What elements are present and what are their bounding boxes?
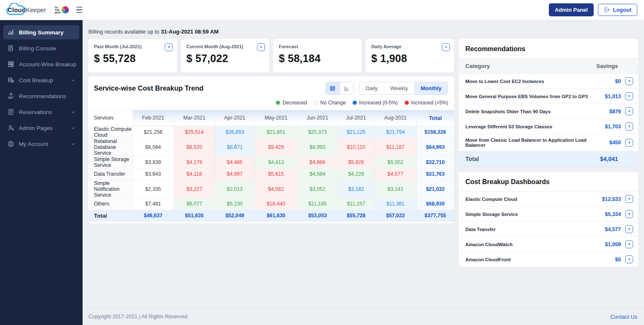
footer: Copyright 2017-2021 | All Rights Reserve…: [83, 308, 644, 325]
trend-table-header-row: ServicesFeb-2021Mar-2021Apr-2021May-2021…: [88, 110, 454, 126]
sidebar-item-recommendations[interactable]: Recommendations: [3, 89, 79, 103]
month-value-cell: $25,514: [174, 126, 215, 138]
chart-view-button[interactable]: [340, 82, 353, 94]
stat-card-value: $ 58,184: [279, 52, 356, 65]
dashboard-label: Elastic Compute Cloud: [465, 197, 598, 202]
tab-daily[interactable]: Daily: [359, 82, 384, 94]
sidebar-item-billing-summary[interactable]: Billing Summary: [3, 25, 79, 39]
recommendations-total-value: $4,041: [600, 156, 631, 162]
cloudkeeper-logo: CloudKeeper: [5, 6, 46, 13]
stat-card-value: $ 57,022: [187, 52, 264, 65]
external-link-icon[interactable]: [625, 77, 633, 85]
legend-label: Decreased: [283, 100, 307, 106]
to-the-new-logo: TOTHENEW: [55, 6, 69, 14]
month-value-cell: $5,230: [215, 198, 255, 210]
service-name-cell: Others: [88, 198, 132, 210]
table-view-button[interactable]: [326, 82, 340, 94]
sidebar-item-reservations[interactable]: Reservations: [3, 105, 79, 119]
month-value-cell: $4,228: [338, 168, 374, 180]
legend-item-no-change: No Change: [314, 100, 346, 106]
stat-card-daily-average: Daily Average $ 1,908: [366, 39, 454, 73]
sidebar-item-label: Billing Summary: [19, 29, 75, 36]
legend-dot-icon: [276, 101, 280, 105]
recommendation-category: Move to Lower Cost EC2 Instances: [465, 79, 611, 84]
month-value-cell: $6,077: [174, 198, 215, 210]
sidebar-item-admin-pages[interactable]: Admin Pages: [3, 121, 79, 135]
sidebar-item-account-wise-breakup[interactable]: Account-Wise Breakup: [3, 57, 79, 71]
sidebar-item-label: Cost Breakup: [19, 77, 67, 83]
recommendation-savings: $0: [615, 78, 621, 84]
top-bar-actions: Admin Panel Logout: [549, 3, 644, 16]
recommendation-row-move-to-lower-cost-ec2-instances: Move to Lower Cost EC2 Instances $0: [459, 74, 638, 89]
contact-us-link[interactable]: Contact Us: [610, 314, 637, 320]
tab-weekly[interactable]: Weekly: [384, 82, 414, 94]
total-month-cell: $52,049: [215, 210, 255, 221]
row-total-cell: $68,930: [416, 198, 454, 210]
external-link-icon[interactable]: [625, 225, 633, 233]
dashboard-row-simple-storage-service: Simple Storage Service $5,334: [459, 207, 638, 222]
legend-dot-icon: [405, 101, 409, 105]
external-link-icon[interactable]: [625, 195, 633, 203]
logout-button[interactable]: Logout: [598, 4, 637, 16]
sidebar-item-cost-breakup[interactable]: Cost Breakup: [3, 73, 79, 87]
clipboard-icon: [7, 108, 15, 116]
recommendation-row-move-general-purpose-ebs-volumes-from-gp: Move General Purpose EBS Volumes from GP…: [459, 89, 638, 104]
admin-panel-button[interactable]: Admin Panel: [549, 3, 594, 16]
top-bar: CloudKeeper TOTHENEW Admin Panel Logout: [0, 0, 644, 20]
category-column-header: Category: [465, 63, 490, 69]
external-link-icon[interactable]: [625, 107, 633, 115]
external-link-icon[interactable]: [625, 240, 633, 248]
recommendation-savings: $1,703: [605, 124, 621, 130]
sidebar-item-my-account[interactable]: My Account: [3, 137, 79, 151]
external-link-icon[interactable]: [625, 122, 633, 130]
stat-cards-row: Past Month (Jul-2021) $ 55,728 Current M…: [88, 39, 454, 73]
recommendation-row-move-from-classic-load-balancer-to-appli: Move from Classic Load Balancer to Appli…: [459, 134, 638, 151]
month-value-cell: $9,429: [254, 138, 297, 156]
row-total-cell: $31,763: [416, 168, 454, 180]
service-name-cell: Relational Database Service: [88, 138, 132, 156]
external-link-icon[interactable]: [625, 139, 633, 147]
row-total-cell: $64,993: [416, 138, 454, 156]
month-value-cell: $8,993: [297, 138, 338, 156]
month-value-cell: $21,125: [338, 126, 374, 138]
month-value-cell: $11,361: [374, 198, 416, 210]
external-link-icon[interactable]: [625, 92, 633, 100]
table-row-simple-storage-service: Simple Storage Service $3,839$4,179$4,48…: [88, 156, 454, 168]
stat-card-forecast: Forecast $ 58,184: [273, 39, 362, 73]
recommendations-panel: Recommendations Category Savings Move to…: [459, 39, 638, 166]
total-month-cell: $57,022: [374, 210, 416, 221]
chevron-down-icon: [71, 110, 75, 114]
dashboards-rows: Elastic Compute Cloud $12,533 Simple Sto…: [459, 191, 638, 267]
to-the-new-globe-icon: [62, 6, 69, 13]
external-link-icon[interactable]: [257, 43, 265, 51]
external-link-icon[interactable]: [625, 210, 633, 218]
external-link-icon[interactable]: [442, 43, 450, 51]
external-link-icon[interactable]: [165, 43, 173, 51]
month-value-cell: $3,182: [338, 180, 374, 198]
row-total-cell: $32,710: [416, 156, 454, 168]
legend-item-decreased: Decreased: [276, 100, 307, 106]
chevron-down-icon: [71, 78, 75, 83]
bar-chart-icon: [7, 29, 15, 36]
table-row-elastic-compute-cloud: Elastic Compute Cloud $21,256$25,514$26,…: [88, 126, 454, 138]
month-value-cell: $8,671: [215, 138, 255, 156]
main-content: Billing records available up to 31-Aug-2…: [83, 20, 644, 325]
cost-breakup-dashboards-panel: Cost Breakup Dashboards Elastic Compute …: [459, 172, 638, 267]
legend-item-increased-0-5: Increased (0-5%): [353, 100, 398, 106]
legend-label: Increased (0-5%): [359, 100, 398, 106]
hamburger-menu-icon[interactable]: [76, 7, 82, 13]
stat-card-current-month-aug-2021: Current Month (Aug-2021) $ 57,022: [181, 39, 270, 73]
external-link-icon[interactable]: [625, 255, 633, 263]
brand-keeper-text: Keeper: [26, 6, 46, 13]
chevron-down-icon: [71, 142, 75, 146]
month-value-cell: $4,413: [254, 156, 297, 168]
month-value-cell: $3,141: [374, 180, 416, 198]
sidebar-item-billing-console[interactable]: Billing Console: [3, 41, 79, 55]
month-value-cell: $4,584: [297, 168, 338, 180]
month-value-cell: $3,839: [132, 156, 174, 168]
tab-monthly[interactable]: Monthly: [414, 82, 448, 94]
recommendation-savings: $876: [609, 109, 621, 114]
month-value-cell: $7,481: [132, 198, 174, 210]
recommendation-row-delete-snapshots-older-than-90-days: Delete Snapshots Older Than 90 Days $876: [459, 104, 638, 119]
left-column: Past Month (Jul-2021) $ 55,728 Current M…: [88, 39, 454, 224]
